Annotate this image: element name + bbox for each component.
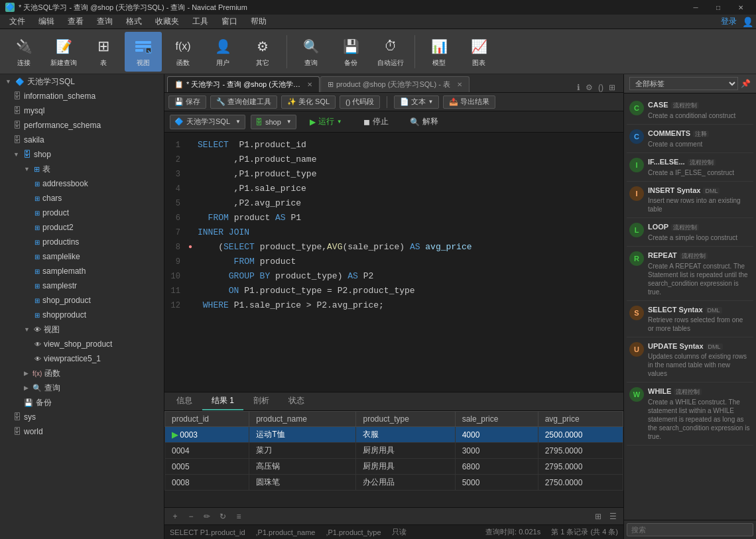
user-button[interactable]: 👤 用户: [204, 32, 241, 72]
menu-query[interactable]: 查询: [90, 15, 119, 29]
menu-file[interactable]: 文件: [3, 15, 32, 29]
remove-row-button[interactable]: −: [184, 510, 198, 522]
sidebar-item-mysql[interactable]: 🗄 mysql: [0, 103, 164, 118]
snippet-item-comments[interactable]: C COMMENTS注释 Create a comment: [627, 125, 753, 153]
table-row-0004[interactable]: 0004 菜刀 厨房用具 3000 2795.0000: [165, 443, 623, 459]
col-header-avg-price[interactable]: avg_price: [538, 412, 623, 427]
sidebar-item-samplestr[interactable]: ⊞ samplestr: [0, 278, 164, 293]
backup-button[interactable]: 💾 备份: [332, 32, 369, 72]
menu-window[interactable]: 窗口: [215, 15, 244, 29]
sidebar-item-query-group[interactable]: ▶ 🔍 查询: [0, 381, 164, 395]
sidebar-item-samplemath[interactable]: ⊞ samplemath: [0, 264, 164, 278]
connection-selector[interactable]: 🔷 天池学习SQL ▼: [170, 115, 245, 129]
snippet-item-case[interactable]: C CASE流程控制 Create a conditional construc…: [627, 96, 753, 125]
sidebar-item-tiandi-sql[interactable]: ▼ 🔷 天池学习SQL: [0, 74, 164, 89]
form-view-button[interactable]: ☰: [606, 510, 619, 522]
result-tab-status[interactable]: 状态: [279, 392, 314, 410]
snippet-item-while[interactable]: W WHILE流程控制 Create a WHILE construct. Th…: [627, 383, 753, 446]
col-header-sale-price[interactable]: sale_price: [455, 412, 538, 427]
snippet-item-select[interactable]: S SELECT SyntaxDML Retrieve rows selecte…: [627, 301, 753, 337]
sidebar-item-views-group[interactable]: ▼ 👁 视图: [0, 322, 164, 337]
close-button[interactable]: ✕: [731, 0, 751, 15]
sidebar-item-shop-product[interactable]: ⊞ shop_product: [0, 293, 164, 308]
sidebar-item-product2[interactable]: ⊞ product2: [0, 220, 164, 235]
sidebar-item-productins[interactable]: ⊞ productins: [0, 235, 164, 249]
function-button[interactable]: f(x) 函数: [164, 32, 202, 72]
col-header-product-name[interactable]: product_name: [249, 412, 356, 427]
info-icon[interactable]: ℹ: [577, 83, 580, 92]
snippet-item-repeat[interactable]: R REPEAT流程控制 Create A REPEAT construct. …: [627, 247, 753, 301]
save-button[interactable]: 💾 保存: [168, 95, 206, 109]
snippet-search-input[interactable]: [627, 523, 753, 536]
menu-view[interactable]: 查看: [61, 15, 90, 29]
maximize-button[interactable]: □: [708, 0, 728, 15]
sidebar-item-shop[interactable]: ▼ 🗄 shop: [0, 147, 164, 162]
sidebar-item-viewpractice5-1[interactable]: 👁 viewpractice5_1: [0, 351, 164, 366]
login-link[interactable]: 登录: [721, 16, 737, 27]
sidebar-item-samplelike[interactable]: ⊞ samplelike: [0, 249, 164, 264]
query-create-tool-button[interactable]: 🔧 查询创建工具: [210, 95, 277, 109]
chart-button[interactable]: 📈 图表: [460, 32, 497, 72]
snippet-button[interactable]: () 代码段: [340, 95, 380, 109]
snippet-category-select[interactable]: 全部标签: [629, 77, 738, 90]
text-button[interactable]: 📄 文本 ▼: [394, 95, 439, 109]
tab-product[interactable]: ⊞ product @shop (天池学习SQL) - 表 ✕: [320, 76, 470, 92]
tab-query-close[interactable]: ✕: [307, 81, 312, 88]
menu-format[interactable]: 格式: [119, 15, 149, 29]
sidebar-item-backup-group[interactable]: 💾 备份: [0, 395, 164, 410]
sidebar-item-addressbook[interactable]: ⊞ addressbook: [0, 176, 164, 191]
col-header-product-type[interactable]: product_type: [356, 412, 455, 427]
result-tab-result1[interactable]: 结果 1: [202, 392, 243, 410]
minimize-button[interactable]: ─: [686, 0, 706, 15]
sidebar-item-view-shop-product[interactable]: 👁 view_shop_product: [0, 337, 164, 351]
result-tab-profiling[interactable]: 剖析: [244, 392, 279, 410]
snippet-item-update[interactable]: U UPDATE SyntaxDML Updates columns of ex…: [627, 337, 753, 383]
new-query-button[interactable]: 📝 新建查询: [45, 32, 82, 72]
sidebar-item-tables-group[interactable]: ▼ ⊞ 表: [0, 162, 164, 176]
stop-button[interactable]: ◼ 停止: [355, 114, 397, 129]
code-editor[interactable]: 1 SELECT P1.product_id 2 ,P1.product_nam…: [164, 133, 623, 318]
connect-button[interactable]: 🔌 连接: [5, 32, 42, 72]
snippet-item-insert[interactable]: I INSERT SyntaxDML Insert new rows into …: [627, 182, 753, 218]
export-button[interactable]: 📤 导出结果: [443, 95, 495, 109]
beautify-button[interactable]: ✨ 美化 SQL: [281, 95, 336, 109]
settings-icon[interactable]: ⚙: [586, 83, 593, 92]
refresh-button[interactable]: ↻: [216, 510, 229, 522]
sidebar-item-functions-group[interactable]: ▶ f(x) 函数: [0, 366, 164, 381]
menu-tools[interactable]: 工具: [186, 15, 215, 29]
menu-edit[interactable]: 编辑: [32, 15, 61, 29]
edit-button[interactable]: ✏: [200, 510, 214, 522]
expand-icon[interactable]: ⊞: [609, 83, 615, 92]
tab-product-close[interactable]: ✕: [457, 81, 462, 88]
other-button[interactable]: ⚙ 其它: [244, 32, 281, 72]
auto-run-button[interactable]: ⏱ 自动运行: [372, 32, 409, 72]
grid-view-button[interactable]: ⊞: [592, 510, 605, 522]
col-header-product-id[interactable]: product_id: [165, 412, 249, 427]
window-controls[interactable]: ─ □ ✕: [686, 0, 751, 15]
tab-query[interactable]: 📋 * 天池学习 - 查询 @shop (天池学… ✕: [167, 76, 320, 92]
editor-area[interactable]: 1 SELECT P1.product_id 2 ,P1.product_nam…: [164, 133, 623, 392]
snippet-item-loop[interactable]: L LOOP流程控制 Create a simple loop construc…: [627, 218, 753, 247]
explain-button[interactable]: 🔍 解释: [402, 114, 446, 129]
menu-favorites[interactable]: 收藏夹: [149, 15, 186, 29]
result-tab-info[interactable]: 信息: [167, 392, 202, 410]
sidebar-item-performance-schema[interactable]: 🗄 performance_schema: [0, 118, 164, 133]
menu-help[interactable]: 帮助: [244, 15, 273, 29]
sidebar-item-information-schema[interactable]: 🗄 information_schema: [0, 89, 164, 103]
brackets-icon[interactable]: (): [598, 83, 603, 92]
view-button[interactable]: 视图: [125, 32, 162, 72]
model-button[interactable]: 📊 模型: [420, 32, 458, 72]
database-selector[interactable]: 🗄 shop ▼: [251, 115, 296, 129]
sidebar-item-sys[interactable]: 🗄 sys: [0, 410, 164, 424]
run-button[interactable]: ▶ 运行 ▼: [302, 114, 350, 129]
table-button[interactable]: ⊞ 表: [85, 32, 122, 72]
more-button[interactable]: ≡: [232, 510, 245, 522]
table-row-0003[interactable]: ▶ 0003 运动T恤 衣服 4000 2500.0000: [165, 427, 623, 443]
query-button[interactable]: 🔍 查询: [292, 32, 330, 72]
right-panel-pin-icon[interactable]: 📌: [741, 79, 751, 88]
sidebar-item-shopproduct[interactable]: ⊞ shopproduct: [0, 308, 164, 322]
add-row-button[interactable]: +: [168, 510, 182, 522]
snippet-item-ifelse[interactable]: I IF...ELSE...流程控制 Create a IF_ELSE_ con…: [627, 153, 753, 182]
sidebar-item-sakila[interactable]: 🗄 sakila: [0, 133, 164, 147]
sidebar-item-chars[interactable]: ⊞ chars: [0, 191, 164, 206]
